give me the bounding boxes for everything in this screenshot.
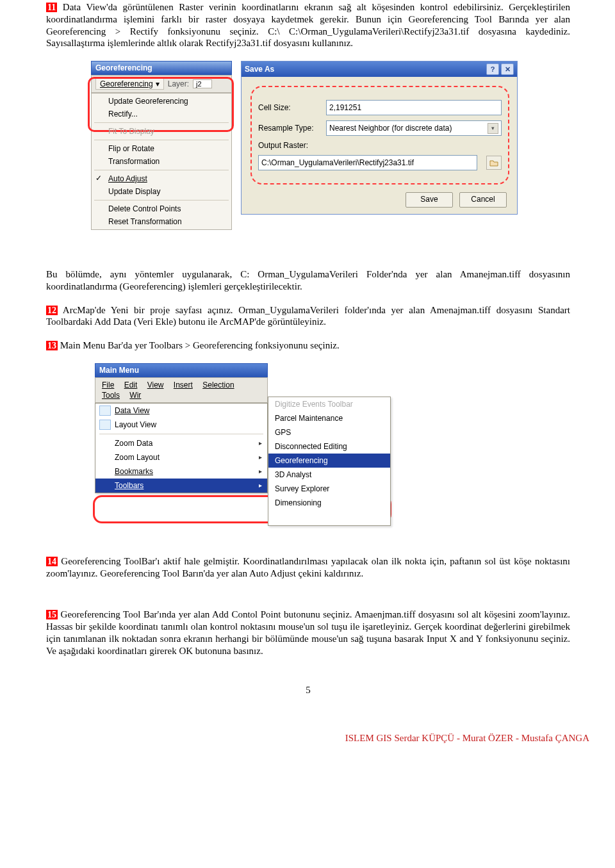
step-14-paragraph: 14 Georeferencing ToolBar'ı aktif hale g… bbox=[46, 555, 570, 580]
menu-tools[interactable]: Tools bbox=[98, 390, 124, 400]
close-button[interactable]: ✕ bbox=[501, 63, 514, 75]
step-15-paragraph: 15 Georeferencing Tool Bar'ında yer alan… bbox=[46, 609, 570, 657]
chevron-right-icon: ▸ bbox=[259, 454, 262, 461]
step-13-paragraph: 13 Main Menu Bar'da yer Toolbars > Geore… bbox=[46, 340, 570, 352]
main-menu-bar: File Edit View Insert Selection Tools Wi… bbox=[95, 377, 268, 403]
submenu-disconnected[interactable]: Disconnected Editing bbox=[268, 439, 390, 454]
main-menu-left: Main Menu File Edit View Insert Selectio… bbox=[95, 363, 268, 526]
help-button[interactable]: ? bbox=[486, 63, 499, 75]
main-menu-title: Main Menu bbox=[95, 363, 268, 377]
figure-row-1: Georeferencing Georeferencing ▾ Layer: j… bbox=[91, 61, 570, 230]
menu-wir[interactable]: Wir bbox=[126, 390, 145, 400]
cellsize-label: Cell Size: bbox=[258, 103, 321, 112]
mid-paragraph: Bu bölümde, aynı yöntemler uygulanarak, … bbox=[46, 268, 570, 293]
georeferencing-title: Georeferencing bbox=[91, 61, 232, 75]
save-as-dialog: Save As ? ✕ Cell Size: 2,191251 Resample… bbox=[241, 61, 518, 215]
georeferencing-menu: Georeferencing Georeferencing ▾ Layer: j… bbox=[91, 61, 232, 230]
submenu-survey[interactable]: Survey Explorer bbox=[268, 482, 390, 496]
cancel-button[interactable]: Cancel bbox=[459, 192, 507, 208]
layer-label: Layer: bbox=[168, 79, 189, 88]
menu-update-display[interactable]: Update Display bbox=[92, 185, 231, 198]
highlighted-group: Cell Size: 2,191251 Resample Type: Neare… bbox=[250, 86, 509, 184]
page-number: 5 bbox=[46, 685, 570, 696]
menu-update-georeferencing[interactable]: Update Georeferencing bbox=[92, 95, 231, 108]
step-11-text: Data View'da görüntülenen Raster verinin… bbox=[46, 2, 570, 48]
step-15-text: Georeferencing Tool Bar'ında yer alan Ad… bbox=[46, 609, 570, 655]
step-13-text: Main Menu Bar'da yer Toolbars > Georefer… bbox=[60, 340, 340, 350]
georeferencing-dropdown[interactable]: Georeferencing ▾ bbox=[95, 78, 164, 90]
submenu-gps[interactable]: GPS bbox=[268, 425, 390, 439]
menu-separator bbox=[94, 140, 229, 140]
layout-icon bbox=[99, 420, 111, 430]
menu-zoom-layout[interactable]: Zoom Layout▸ bbox=[95, 450, 267, 464]
save-as-title-text: Save As bbox=[245, 65, 274, 74]
step-12-text: ArcMap'de Yeni bir proje sayfası açınız.… bbox=[46, 305, 570, 327]
submenu-georeferencing[interactable]: Georeferencing bbox=[268, 454, 390, 468]
layer-field[interactable]: j2 bbox=[193, 79, 212, 88]
toolbars-submenu: Digitize Events Toolbar Parcel Maintenan… bbox=[268, 397, 391, 526]
chevron-down-icon: ▾ bbox=[488, 123, 498, 134]
footer-credits: ISLEM GIS Serdar KÜPÇÜ - Murat ÖZER - Mu… bbox=[0, 733, 615, 744]
output-raster-label: Output Raster: bbox=[258, 141, 321, 150]
step-14-num: 14 bbox=[46, 557, 58, 566]
menu-auto-adjust[interactable]: ✓ Auto Adjust bbox=[92, 172, 231, 185]
menu-edit[interactable]: Edit bbox=[120, 380, 142, 390]
georeferencing-toolbar: Georeferencing ▾ Layer: j2 bbox=[91, 75, 232, 93]
menu-separator bbox=[94, 122, 229, 123]
georeferencing-menu-list: Update Georeferencing Rectify... Fit To … bbox=[91, 93, 232, 230]
browse-button[interactable] bbox=[486, 156, 502, 170]
save-as-titlebar: Save As ? ✕ bbox=[242, 61, 517, 77]
menu-view[interactable]: View bbox=[144, 380, 168, 390]
submenu-dimensioning[interactable]: Dimensioning bbox=[268, 496, 390, 510]
folder-open-icon bbox=[489, 159, 498, 167]
chevron-right-icon: ▸ bbox=[259, 439, 262, 446]
step-13-num: 13 bbox=[46, 341, 58, 350]
menu-separator bbox=[99, 434, 263, 434]
menu-rectify[interactable]: Rectify... bbox=[92, 108, 231, 120]
menu-delete-control-points[interactable]: Delete Control Points bbox=[92, 202, 231, 215]
chevron-down-icon: ▾ bbox=[156, 79, 160, 88]
menu-reset-transformation[interactable]: Reset Transformation bbox=[92, 215, 231, 228]
output-path-input[interactable]: C:\Orman_UygulamaVerileri\Rectifyj23a31.… bbox=[258, 155, 477, 170]
step-12-paragraph: 12 ArcMap'de Yeni bir proje sayfası açın… bbox=[46, 304, 570, 329]
view-dropdown: Data View Layout View Zoom Data▸ Zoom La… bbox=[95, 403, 268, 493]
menu-data-view[interactable]: Data View bbox=[95, 404, 267, 418]
step-15-num: 15 bbox=[46, 610, 58, 619]
menu-insert[interactable]: Insert bbox=[170, 380, 197, 390]
step-12-num: 12 bbox=[46, 306, 58, 315]
menu-file[interactable]: File bbox=[98, 380, 118, 390]
figure-main-menu: Main Menu File Edit View Insert Selectio… bbox=[95, 363, 570, 526]
step-14-text: Georeferencing ToolBar'ı aktif hale gelm… bbox=[46, 556, 570, 578]
menu-flip-rotate[interactable]: Flip or Rotate bbox=[92, 142, 231, 155]
submenu-parcel[interactable]: Parcel Maintenance bbox=[268, 411, 390, 425]
menu-zoom-data[interactable]: Zoom Data▸ bbox=[95, 436, 267, 450]
resample-label: Resample Type: bbox=[258, 124, 321, 133]
menu-fit-to-display: Fit To Display bbox=[92, 125, 231, 138]
resample-select[interactable]: Nearest Neighbor (for discrete data) ▾ bbox=[326, 120, 502, 136]
menu-transformation[interactable]: Transformation bbox=[92, 155, 231, 168]
save-button[interactable]: Save bbox=[406, 192, 453, 208]
menu-separator bbox=[94, 200, 229, 201]
menu-toolbars[interactable]: Toolbars▸ bbox=[95, 479, 267, 493]
chevron-right-icon: ▸ bbox=[259, 482, 262, 489]
globe-icon bbox=[99, 405, 111, 416]
menu-separator bbox=[94, 170, 229, 170]
step-11-num: 11 bbox=[46, 3, 57, 12]
check-icon: ✓ bbox=[95, 174, 102, 183]
menu-layout-view[interactable]: Layout View bbox=[95, 418, 267, 432]
menu-selection[interactable]: Selection bbox=[199, 380, 238, 390]
chevron-right-icon: ▸ bbox=[259, 468, 262, 475]
menu-bookmarks[interactable]: Bookmarks▸ bbox=[95, 464, 267, 479]
step-11-paragraph: 11 Data View'da görüntülenen Raster veri… bbox=[46, 1, 570, 49]
cellsize-input[interactable]: 2,191251 bbox=[326, 100, 502, 115]
submenu-3d-analyst[interactable]: 3D Analyst bbox=[268, 468, 390, 482]
submenu-digitize[interactable]: Digitize Events Toolbar bbox=[268, 397, 390, 411]
